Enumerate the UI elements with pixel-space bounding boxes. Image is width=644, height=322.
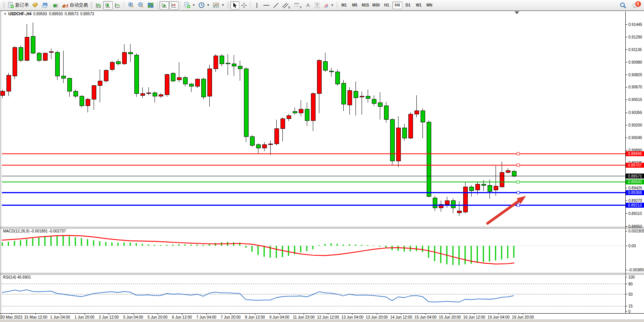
auto-scroll-button[interactable] — [159, 1, 169, 10]
terminal-button[interactable] — [40, 1, 50, 10]
timeframe-button-m5[interactable]: M5 — [350, 2, 360, 9]
candle-bearish — [390, 120, 394, 161]
candle-bullish — [500, 172, 504, 187]
zoom-in-button[interactable] — [126, 1, 136, 10]
notifications-button[interactable]: 1 — [631, 1, 641, 10]
price-tick-label: 0.90515 — [628, 98, 642, 102]
macd-histogram-bar — [300, 246, 301, 252]
clock-icon — [198, 2, 205, 8]
new-order-button[interactable]: 新订单 — [6, 1, 30, 10]
price-badge-label: 0.89368 — [628, 191, 642, 195]
macd-histogram-bar — [501, 246, 502, 260]
macd-histogram-bar — [130, 243, 131, 246]
candle-bearish — [305, 109, 309, 120]
crosshair-tool-button[interactable] — [239, 1, 249, 10]
candle-bearish — [427, 122, 431, 196]
search-button[interactable] — [618, 1, 628, 10]
macd-histogram-bar — [20, 240, 21, 246]
macd-histogram-bar — [245, 246, 247, 248]
dropdown-arrow-icon[interactable]: ▼ — [222, 3, 225, 7]
price-tick-label: 0.89270 — [628, 199, 642, 203]
price-badge-label: 0.89849 — [628, 152, 642, 156]
candlestick-mode-button[interactable] — [103, 1, 113, 10]
timeframe-button-h4[interactable]: H4 — [392, 2, 402, 9]
line-handle[interactable] — [517, 181, 520, 183]
dropdown-arrow-icon[interactable]: ▼ — [331, 3, 334, 7]
rsi-axis-label: 0 — [628, 309, 631, 314]
candle-bearish — [189, 84, 193, 86]
zoom-out-button[interactable] — [136, 1, 146, 10]
dropdown-arrow-icon[interactable]: ▼ — [207, 3, 210, 7]
macd-histogram-bar — [160, 245, 161, 246]
candle-bearish — [37, 53, 41, 61]
candle-bearish — [329, 71, 333, 72]
text-label-tool-button[interactable]: T — [312, 1, 322, 10]
macd-histogram-bar — [87, 239, 88, 246]
arrows-tool-button[interactable]: ▼ — [322, 1, 335, 10]
line-handle[interactable] — [517, 204, 520, 207]
ohlc-close: 0.89573 — [80, 12, 94, 16]
timeframe-button-h1[interactable]: H1 — [382, 2, 392, 9]
search-icon — [619, 2, 627, 9]
candle-bullish — [311, 94, 315, 120]
chart-shift-button[interactable] — [169, 1, 179, 10]
fibonacci-tool-label: F — [300, 6, 302, 9]
timeframe-button-d1[interactable]: D1 — [403, 2, 413, 9]
text-label-tool-label: T — [315, 3, 320, 8]
candle-bearish — [201, 79, 206, 97]
arrows-tool-icon — [323, 2, 329, 8]
candle-bullish — [445, 200, 449, 205]
line-handle[interactable] — [517, 164, 520, 167]
timeframe-button-m30[interactable]: M30 — [371, 2, 381, 9]
macd-histogram-bar — [306, 246, 308, 251]
periods-button[interactable]: ▼ — [197, 1, 211, 10]
dropdown-arrow-icon[interactable]: ▼ — [192, 3, 195, 7]
rsi-label: RSI(14) 45.6901 — [3, 275, 31, 279]
candle-bullish — [457, 211, 461, 213]
timeframe-button-m15[interactable]: M15 — [360, 2, 370, 9]
macd-histogram-bar — [367, 245, 368, 246]
macd-histogram-bar — [453, 246, 454, 265]
candle-bearish — [488, 185, 492, 192]
chart-shift-icon — [171, 2, 177, 8]
candle-bearish — [451, 200, 455, 208]
price-chart[interactable]: 0.914450.912900.911350.909800.908250.906… — [0, 11, 644, 322]
indicators-button[interactable]: ▼ — [182, 1, 197, 10]
line-handle[interactable] — [517, 191, 520, 194]
market-watch-button[interactable] — [30, 1, 40, 10]
channel-tool-button[interactable]: E — [281, 1, 292, 10]
timeframe-button-mn[interactable]: MN — [424, 2, 434, 9]
horizontal-line-tool-button[interactable] — [261, 1, 271, 10]
macd-histogram-bar — [325, 244, 326, 246]
text-tool-button[interactable]: A — [303, 1, 312, 10]
candlestick-icon — [105, 2, 111, 8]
sound-alert-button[interactable] — [50, 1, 60, 10]
macd-histogram-bar — [2, 242, 3, 246]
cursor-tool-button[interactable] — [230, 1, 239, 10]
macd-histogram-bar — [440, 246, 442, 263]
macd-histogram-bar — [105, 242, 107, 246]
candle-bearish — [433, 198, 437, 208]
fibonacci-tool-button[interactable]: F — [292, 1, 303, 10]
vertical-line-tool-button[interactable] — [252, 1, 261, 10]
equidistant-channel-icon — [282, 2, 289, 8]
candle-bullish — [140, 94, 145, 95]
timeframe-button-m1[interactable]: M1 — [339, 2, 349, 9]
candle-bearish — [341, 83, 346, 104]
templates-button[interactable]: ▼ — [211, 1, 226, 10]
tile-windows-button[interactable] — [146, 1, 156, 10]
collapse-chart-icon[interactable]: ▼ — [4, 13, 6, 15]
candle-bearish — [67, 78, 72, 91]
line-chart-icon — [114, 2, 121, 8]
trendline-tool-button[interactable] — [271, 1, 281, 10]
auto-trading-button[interactable]: 自动交易 — [60, 1, 89, 10]
bar-chart-mode-button[interactable] — [94, 1, 103, 10]
candle-bullish — [463, 187, 467, 212]
line-handle[interactable] — [517, 152, 520, 155]
macd-histogram-bar — [276, 246, 277, 258]
macd-histogram-bar — [483, 246, 484, 262]
macd-axis-label: -0.003855 — [628, 268, 644, 272]
candle-bearish — [402, 128, 406, 138]
timeframe-button-w1[interactable]: W1 — [414, 2, 424, 9]
line-chart-mode-button[interactable] — [113, 1, 122, 10]
